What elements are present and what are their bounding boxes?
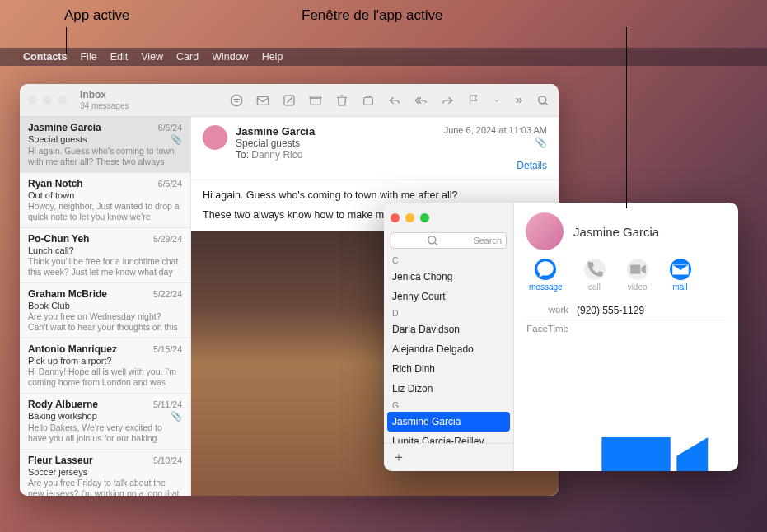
svg-rect-4 (364, 97, 373, 105)
mail-list-item[interactable]: Ryan Notch6/5/24Out of townHowdy, neighb… (20, 173, 190, 228)
trash-icon[interactable] (334, 93, 349, 108)
contacts-search-input[interactable]: Search (391, 232, 507, 249)
contact-list-item[interactable]: Jenny Court (384, 287, 513, 306)
mail-traffic-lights[interactable] (28, 96, 67, 105)
contacts-window: Search CJenica ChongJenny CourtDDarla Da… (384, 203, 738, 471)
message-from: Ryan Notch (28, 178, 83, 189)
message-date: 6/5/24 (158, 179, 182, 189)
search-icon[interactable] (535, 93, 550, 108)
compose-icon[interactable] (282, 93, 297, 108)
reply-all-icon[interactable] (414, 93, 428, 108)
video-icon (627, 259, 648, 280)
menu-bar: Contacts File Edit View Card Window Help (0, 48, 767, 66)
work-phone-label: work (526, 305, 577, 316)
callout-window-active: Fenêtre de l'app active (302, 7, 442, 24)
menu-app-name[interactable]: Contacts (23, 51, 67, 63)
mail-list-item[interactable]: Antonio Manriquez5/15/24Pick up from air… (20, 338, 190, 394)
callout-app-active: App active (64, 7, 129, 24)
mail-list-item[interactable]: Graham McBride5/22/24Book ClubAre you fr… (20, 283, 190, 338)
video-action-button[interactable]: video (627, 259, 648, 292)
contact-list-item[interactable]: Jenica Chong (384, 267, 513, 287)
mail-list-item[interactable]: Jasmine Garcia6/6/24Special guests📎Hi ag… (20, 117, 190, 173)
menu-view[interactable]: View (141, 51, 163, 63)
message-subject: Out of town (28, 190, 74, 200)
contacts-traffic-lights[interactable] (391, 213, 429, 222)
mail-message-list[interactable]: Jasmine Garcia6/6/24Special guests📎Hi ag… (20, 117, 191, 496)
svg-rect-3 (311, 98, 320, 105)
callout-line (66, 27, 67, 54)
open-message-from: Jasmine Garcia (236, 125, 436, 138)
callout-line (626, 27, 627, 208)
message-preview: Are you free on Wednesday night? Can't w… (28, 311, 182, 333)
svg-rect-1 (257, 96, 269, 105)
contact-list-item[interactable]: Jasmine Garcia (387, 412, 510, 432)
mail-list-item[interactable]: Fleur Lasseur5/10/24Soccer jerseysAre yo… (20, 450, 190, 496)
chevron-down-icon[interactable] (493, 93, 501, 108)
message-preview: Hi again. Guess who's coming to town wit… (28, 146, 182, 167)
contacts-section-header: G (384, 399, 513, 412)
message-subject: Baking workshop (28, 411, 97, 422)
message-from: Po-Chun Yeh (28, 233, 89, 245)
message-from: Graham McBride (28, 288, 107, 300)
menu-file[interactable]: File (80, 51, 96, 63)
message-preview: Hi Danny! Hope all is well with you. I'm… (28, 366, 182, 388)
contact-list-item[interactable]: Rich Dinh (384, 359, 513, 379)
open-message-to: Danny Rico (251, 149, 302, 161)
contact-list-item[interactable]: Liz Dizon (384, 379, 513, 399)
message-from: Jasmine Garcia (28, 122, 101, 133)
message-subject: Lunch call? (28, 245, 74, 255)
more-icon[interactable] (512, 93, 524, 108)
mail-list-item[interactable]: Po-Chun Yeh5/29/24Lunch call?Think you'l… (20, 228, 190, 283)
contact-list-item[interactable]: Alejandra Delgado (384, 339, 513, 359)
message-date: 6/6/24 (158, 123, 182, 133)
contact-avatar (526, 212, 564, 250)
mailbox-name: Inbox (80, 90, 129, 100)
facetime-buttons[interactable] (577, 324, 727, 471)
new-mail-icon[interactable] (255, 93, 270, 108)
svg-point-5 (539, 96, 546, 103)
message-date: 5/15/24 (153, 344, 182, 354)
details-button[interactable]: Details (444, 160, 547, 171)
message-date: 5/11/24 (153, 399, 182, 409)
message-from: Antonio Manriquez (28, 343, 117, 355)
message-action-button[interactable]: message (529, 259, 563, 292)
contacts-section-header: D (384, 306, 513, 320)
facetime-video-icon[interactable] (577, 324, 727, 471)
menu-card[interactable]: Card (176, 51, 199, 63)
mail-action-button[interactable]: mail (670, 259, 691, 292)
sender-avatar (203, 125, 227, 150)
reply-icon[interactable] (387, 93, 402, 108)
menu-window[interactable]: Window (212, 51, 248, 63)
svg-point-0 (231, 95, 242, 106)
to-label: To: (236, 149, 249, 161)
menu-edit[interactable]: Edit (110, 51, 129, 63)
contact-detail-pane: Jasmine Garcia message call video mail w… (514, 203, 738, 471)
paperclip-icon: 📎 (171, 411, 182, 422)
forward-icon[interactable] (440, 93, 455, 108)
add-contact-button[interactable]: ＋ (384, 443, 513, 471)
message-subject: Pick up from airport? (28, 356, 111, 366)
message-from: Rody Albuerne (28, 399, 98, 410)
phone-icon (584, 259, 606, 280)
attachment-icon: 📎 (444, 137, 547, 148)
mail-list-item[interactable]: Rody Albuerne5/11/24Baking workshop📎Hell… (20, 394, 190, 450)
work-phone-value[interactable]: (920) 555-1129 (577, 305, 727, 316)
flag-icon[interactable] (466, 93, 481, 108)
junk-icon[interactable] (361, 93, 376, 108)
contact-list-item[interactable]: Lupita Garcia-Reilley (384, 432, 513, 443)
archive-icon[interactable] (308, 93, 323, 108)
contact-name: Jasmine Garcia (573, 225, 659, 239)
filter-icon[interactable] (229, 93, 244, 108)
call-action-button[interactable]: call (584, 259, 606, 292)
message-subject: Book Club (28, 301, 70, 310)
message-subject: Special guests (28, 134, 87, 145)
contacts-section-header: C (384, 254, 513, 267)
message-date: 5/10/24 (153, 455, 182, 465)
message-preview: Are you free Friday to talk about the ne… (28, 478, 182, 496)
body-line: Hi again. Guess who's coming to town wit… (203, 189, 547, 203)
message-date: 5/29/24 (153, 234, 182, 244)
open-message-subject: Special guests (236, 138, 436, 149)
menu-help[interactable]: Help (262, 51, 283, 63)
contact-list-item[interactable]: Darla Davidson (384, 320, 513, 339)
message-icon (535, 259, 556, 280)
